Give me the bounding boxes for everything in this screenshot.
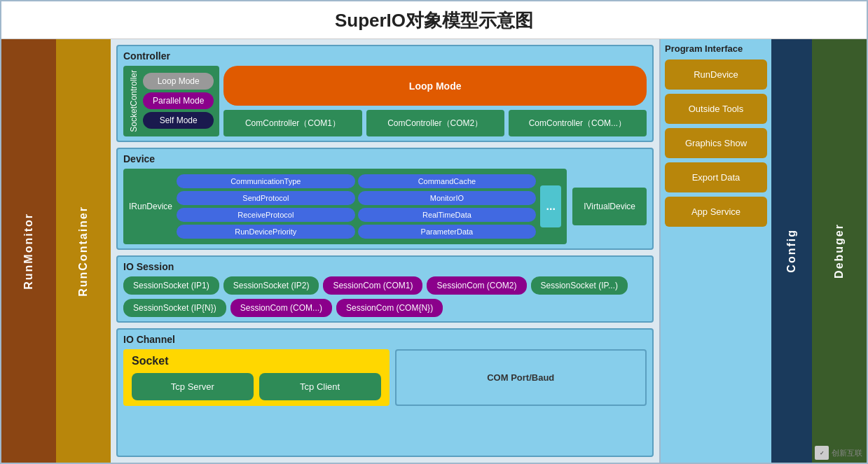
run-monitor-label: RunMonitor [22,213,35,290]
session-com-comn[interactable]: SessionCom (COM{N}) [336,299,443,317]
com-port-box: COM Port/Baud [395,349,647,406]
right-panel: Program Interface RunDevice Outside Tool… [659,39,771,463]
prop-monitor-io[interactable]: MonitorIO [358,191,537,205]
graphics-show-button[interactable]: Graphics Show [665,128,767,158]
socket-buttons: Tcp Server Tcp Client [132,373,381,400]
prop-run-device-priority[interactable]: RunDevicePriority [177,225,355,239]
com-controller-2: ComController（COM2） [366,110,504,136]
run-device-button[interactable]: RunDevice [665,59,767,90]
session-socket-ip1[interactable]: SessionSocket (IP1) [123,276,219,295]
irun-device-box: IRunDevice CommunicationType CommandCach… [123,169,567,244]
main-container: SuperIO对象模型示意图 RunMonitor RunContainer C… [0,0,868,464]
prop-receive-protocol[interactable]: ReceiveProtocol [177,208,355,222]
socket-yellow-title: Socket [132,355,381,367]
prop-real-time-data[interactable]: RealTimeData [358,208,537,222]
device-dots: ... [540,185,561,227]
socket-controller-area: SocketController Loop Mode Parallel Mode… [123,66,219,136]
session-socket-ipn2[interactable]: SessionSocket (IP{N}) [123,299,226,317]
com-controller-1: ComController（COM1） [223,110,361,136]
self-mode-button[interactable]: Self Mode [143,112,214,129]
watermark-text: 创新互联 [832,448,862,458]
loop-mode-gray-button[interactable]: Loop Mode [143,73,214,90]
device-title: Device [123,153,647,164]
session-com-com3[interactable]: SessionCom (COM...) [230,299,332,317]
session-com-com1[interactable]: SessionCom (COM1) [323,276,422,295]
program-interface-title: Program Interface [665,43,767,54]
tcp-server-button[interactable]: Tcp Server [132,373,254,400]
run-container-label: RunContainer [77,206,90,297]
io-channel-title: IO Channel [123,334,647,345]
com-controllers: ComController（COM1） ComController（COM2） … [223,110,647,136]
prop-command-cache[interactable]: CommandCache [358,174,537,188]
mode-buttons: Loop Mode Parallel Mode Self Mode [143,73,214,129]
controller-title: Controller [123,50,647,62]
com-controller-3: ComController（COM...） [509,110,647,136]
app-service-button[interactable]: App Service [665,197,767,227]
prop-communication-type[interactable]: CommunicationType [177,174,355,188]
far-right-bars: Config Debuger [771,39,867,463]
parallel-mode-button[interactable]: Parallel Mode [143,92,214,109]
outside-tools-button[interactable]: Outside Tools [665,94,767,124]
device-section: Device IRunDevice CommunicationType Comm… [116,148,654,250]
controller-section: Controller SocketController Loop Mode Pa… [116,45,654,142]
prop-send-protocol[interactable]: SendProtocol [177,191,355,205]
loop-mode-orange-button[interactable]: Loop Mode [223,66,647,106]
controller-inner: SocketController Loop Mode Parallel Mode… [123,66,647,136]
io-channel-inner: Socket Tcp Server Tcp Client COM Port/Ba… [123,349,647,406]
socket-yellow-box: Socket Tcp Server Tcp Client [123,349,390,406]
left-bars: RunMonitor RunContainer [1,39,111,463]
program-interface-buttons: RunDevice Outside Tools Graphics Show Ex… [665,59,767,458]
page-title: SuperIO对象模型示意图 [1,1,867,39]
session-com-com2[interactable]: SessionCom (COM2) [427,276,526,295]
bar-run-container: RunContainer [56,39,111,463]
config-label: Config [785,229,798,273]
prop-parameter-data[interactable]: ParameterData [358,225,537,239]
session-socket-ip2[interactable]: SessionSocket (IP2) [223,276,319,295]
io-session-title: IO Session [123,261,647,272]
session-socket-ipn1[interactable]: SessionSocket (IP...) [531,276,628,295]
device-inner: IRunDevice CommunicationType CommandCach… [123,169,647,244]
bar-debuger: Debuger [812,39,867,463]
io-session-grid: SessionSocket (IP1) SessionSocket (IP2) … [123,276,647,317]
debuger-label: Debuger [833,223,846,279]
tcp-client-button[interactable]: Tcp Client [259,373,381,400]
content-area: RunMonitor RunContainer Controller Socke… [1,39,867,463]
io-session-section: IO Session SessionSocket (IP1) SessionSo… [116,255,654,323]
center-content: Controller SocketController Loop Mode Pa… [111,39,659,463]
export-data-button[interactable]: Export Data [665,162,767,192]
controller-right: Loop Mode ComController（COM1） ComControl… [223,66,647,136]
io-channel-section: IO Channel Socket Tcp Server Tcp Client … [116,328,654,457]
irun-label: IRunDevice [129,202,172,211]
ivirtual-device-box: IVirtualDevice [572,188,647,225]
watermark-icon: ✓ [815,446,829,460]
bar-config: Config [771,39,812,463]
watermark: ✓ 创新互联 [815,446,862,460]
bar-run-monitor: RunMonitor [1,39,56,463]
device-props: CommunicationType CommandCache SendProto… [177,174,536,239]
socket-controller-label: SocketController [129,70,139,132]
